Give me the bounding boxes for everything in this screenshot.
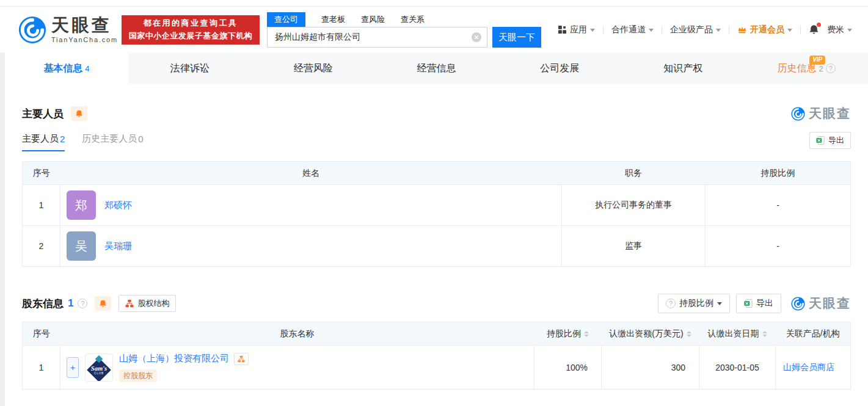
logo-text: Sam's CLUB — [86, 366, 112, 375]
table-row: 1 郑 郑硕怀 执行公司事务的董事 - — [23, 185, 851, 226]
tianyancha-swirl-icon — [18, 16, 46, 44]
col-subscribed-date[interactable]: 认缴出资日期 — [699, 322, 776, 346]
ratio-cell: - — [706, 226, 851, 267]
expand-button[interactable]: + — [67, 357, 79, 378]
nav-partner[interactable]: 合作通道 — [611, 24, 654, 35]
nav-enterprise-label: 企业级产品 — [670, 24, 713, 35]
equity-chart-button[interactable] — [234, 353, 249, 365]
table-row: 2 吴 吴瑞珊 监事 - — [23, 226, 851, 267]
tab-label: 基本信息 — [43, 62, 82, 75]
search-tab-risk[interactable]: 查风险 — [361, 14, 385, 25]
tab-intellectual-property[interactable]: 知识产权 — [621, 53, 745, 84]
tab-company-development[interactable]: 公司发展 — [498, 53, 621, 84]
tianyancha-watermark: 天眼查 — [791, 295, 851, 312]
user-nav: 应用 合作通道 企业级产品 开通会员 — [558, 24, 868, 35]
staff-table-header-row: 序号 姓名 职务 持股比例 — [23, 162, 851, 185]
staff-subtabs: 主要人员 2 历史主要人员 0 导出 — [22, 132, 851, 153]
search-tab-boss[interactable]: 查老板 — [321, 14, 345, 25]
org-chart-icon — [125, 299, 134, 308]
col-shareholder-name: 股东名称 — [60, 322, 534, 346]
subtab-current-staff[interactable]: 主要人员 2 — [22, 133, 65, 151]
notification-bell[interactable] — [809, 24, 819, 35]
nav-vip-label: 开通会员 — [750, 24, 784, 35]
ratio-filter-button[interactable]: ? 持股比例 — [658, 294, 730, 313]
tab-basic-info[interactable]: 基本信息 4 — [5, 53, 128, 84]
shareholder-table-header-row: 序号 股东名称 持股比例 认缴出资额(万美元) 认缴出资日期 关联产品/机构 — [23, 322, 851, 346]
col-subscribed-amount[interactable]: 认缴出资额(万美元) — [602, 322, 699, 346]
shareholder-link[interactable]: 山姆（上海）投资有限公司 — [119, 353, 229, 364]
shareholder-table: 序号 股东名称 持股比例 认缴出资额(万美元) 认缴出资日期 关联产品/机构 1 — [22, 322, 851, 390]
tab-label: 公司发展 — [540, 62, 579, 75]
sort-icon[interactable] — [687, 331, 691, 337]
nav-user[interactable]: 费米 — [827, 24, 852, 35]
slogan-banner: 都在用的商业查询工具 国家中小企业发展子基金旗下机构 — [122, 15, 260, 45]
col-position: 职务 — [562, 162, 706, 185]
col-name: 姓名 — [60, 162, 562, 185]
equity-structure-button[interactable]: 股权结构 — [119, 295, 176, 312]
bell-icon — [75, 110, 83, 118]
search-module: 查公司 查老板 查风险 查关系 天眼一下 — [267, 12, 541, 48]
sort-icon[interactable] — [584, 331, 589, 337]
logo-domain: TianYanCha.com — [51, 36, 118, 43]
col-ratio[interactable]: 持股比例 — [534, 322, 602, 346]
tab-operating-risk[interactable]: 经营风险 — [252, 53, 375, 84]
col-label: 认缴出资日期 — [708, 328, 759, 339]
search-tab-company[interactable]: 查公司 — [267, 12, 305, 27]
chevron-down-icon — [847, 29, 852, 32]
divider — [662, 26, 662, 34]
export-button[interactable]: 导出 — [736, 294, 781, 313]
ratio-cell: - — [706, 185, 851, 226]
export-label: 导出 — [828, 135, 844, 146]
watermark-text: 天眼查 — [809, 105, 851, 122]
monitor-bell-button[interactable] — [71, 106, 87, 121]
help-icon[interactable]: ? — [826, 63, 836, 73]
help-icon: ? — [666, 299, 676, 308]
person-link[interactable]: 吴瑞珊 — [104, 241, 132, 252]
vip-badge: VIP — [809, 56, 825, 65]
tab-legal-proceedings[interactable]: 法律诉讼 — [128, 53, 252, 84]
excel-icon — [816, 136, 825, 145]
logo-subword: CLUB — [86, 372, 112, 375]
export-button[interactable]: 导出 — [809, 132, 851, 149]
search-tab-relation[interactable]: 查关系 — [401, 14, 425, 25]
tianyancha-swirl-icon — [791, 107, 805, 121]
related-product-link[interactable]: 山姆会员商店 — [783, 362, 834, 372]
bell-icon — [99, 300, 107, 308]
help-icon[interactable]: ? — [78, 299, 87, 308]
sort-icon[interactable] — [762, 331, 767, 337]
nav-enterprise[interactable]: 企业级产品 — [670, 24, 721, 35]
tianyancha-watermark: 天眼查 — [791, 105, 851, 122]
divider — [800, 26, 801, 34]
related-product-cell: 山姆会员商店 — [776, 346, 851, 390]
search-button[interactable]: 天眼一下 — [492, 27, 541, 48]
section-tabbar: 基本信息 4 法律诉讼 经营风险 经营信息 公司发展 知识产权 — [5, 53, 868, 84]
tab-count: 4 — [85, 64, 89, 73]
shareholder-section-header: 股东信息 1 ? 股权结构 ? 持股比例 — [22, 294, 851, 313]
slogan-line2: 国家中小企业发展子基金旗下机构 — [122, 30, 260, 42]
logo-text: 天眼查 TianYanCha.com — [51, 16, 118, 43]
tab-history-info[interactable]: VIP 历史信息 2 ? — [745, 53, 868, 84]
subtab-history-staff[interactable]: 历史主要人员 0 — [82, 133, 143, 151]
search-input[interactable] — [268, 27, 487, 47]
avatar[interactable]: 吴 — [67, 231, 96, 261]
amount-cell: 300 — [602, 346, 699, 390]
ratio-cell: 100% — [534, 346, 602, 390]
position-cell: 监事 — [562, 226, 706, 267]
col-index: 序号 — [23, 322, 60, 346]
equity-structure-label: 股权结构 — [137, 298, 169, 309]
tianyancha-logo[interactable]: 天眼查 TianYanCha.com — [18, 16, 118, 44]
col-label: 持股比例 — [547, 328, 581, 339]
row-index: 2 — [23, 226, 60, 267]
nav-apps-label: 应用 — [570, 24, 587, 35]
shareholder-count: 1 — [68, 297, 73, 310]
tab-operating-info[interactable]: 经营信息 — [375, 53, 498, 84]
nav-open-vip[interactable]: 开通会员 — [737, 24, 792, 35]
divider — [729, 26, 729, 34]
col-index: 序号 — [23, 162, 60, 185]
clear-icon[interactable] — [472, 32, 481, 42]
monitor-bell-button[interactable] — [95, 296, 111, 311]
person-link[interactable]: 郑硕怀 — [104, 200, 132, 211]
divider — [603, 26, 604, 34]
nav-apps[interactable]: 应用 — [558, 24, 595, 35]
avatar[interactable]: 郑 — [67, 190, 96, 220]
